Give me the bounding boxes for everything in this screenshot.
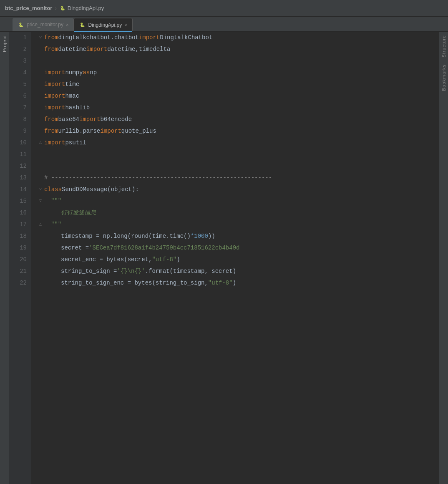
fold-marker-20 — [38, 257, 43, 262]
token: from — [44, 43, 58, 55]
token: import — [44, 102, 65, 113]
line-number-21: 21 — [9, 265, 27, 277]
token: secret = — [61, 242, 89, 254]
code-line-19: secret = 'SECea7df81628a1f4b24759b4cc718… — [38, 242, 439, 254]
tab-dingding-api[interactable]: 🐍 DingdingApi.py × — [73, 18, 132, 31]
tab-label-1: price_monitor.py — [27, 22, 63, 28]
code-line-14: ▽class SendDDMessage(object): — [38, 184, 439, 195]
code-line-5: import time — [38, 78, 439, 90]
code-line-16: 钉钉发送信息 — [38, 207, 439, 219]
python-icon-breadcrumb: 🐍 — [59, 5, 66, 12]
line-number-6: 6 — [9, 90, 27, 102]
line-number-5: 5 — [9, 78, 27, 90]
code-line-22: string_to_sign_enc = bytes(string_to_sig… — [38, 277, 439, 289]
token: from — [44, 125, 58, 137]
fold-marker-4 — [38, 70, 43, 76]
line-number-2: 2 — [9, 43, 27, 55]
tab-price-monitor[interactable]: 🐍 price_monitor.py × — [13, 18, 73, 31]
fold-marker-14[interactable]: ▽ — [38, 187, 43, 192]
line-number-8: 8 — [9, 113, 27, 125]
fold-marker-3 — [38, 58, 43, 64]
line-number-3: 3 — [9, 55, 27, 67]
fold-marker-16 — [38, 210, 43, 216]
line-number-9: 9 — [9, 125, 27, 137]
code-line-8: from base64 import b64encode — [38, 113, 439, 125]
fold-marker-18 — [38, 233, 43, 239]
line-number-16: 16 — [9, 207, 27, 219]
token: """ — [51, 195, 61, 207]
fold-marker-5 — [38, 81, 43, 87]
breadcrumb-separator: › — [55, 5, 56, 11]
token: ) — [176, 254, 180, 265]
tab-close-2[interactable]: × — [124, 23, 127, 28]
token: '{}\n{}' — [117, 265, 145, 277]
token: hashlib — [65, 102, 90, 113]
left-panel: Project — [0, 32, 9, 484]
token: time — [65, 78, 79, 90]
token: import — [44, 78, 65, 90]
fold-marker-9 — [38, 128, 43, 134]
fold-marker-12 — [38, 163, 43, 169]
tab-close-1[interactable]: × — [66, 22, 68, 27]
fold-marker-11 — [38, 151, 43, 157]
token: "utf-8" — [208, 277, 233, 289]
token: import — [86, 43, 107, 55]
tab-bar: 🐍 price_monitor.py × 🐍 DingdingApi.py × — [0, 17, 448, 32]
token: class — [44, 184, 62, 195]
fold-marker-6 — [38, 93, 43, 99]
main-layout: Project 12345678910111213141516171819202… — [0, 32, 448, 484]
token: numpy — [65, 67, 83, 78]
token: 1000 — [194, 230, 208, 242]
token: from — [44, 32, 58, 43]
token: 钉钉发送信息 — [61, 207, 96, 219]
token: urllib.parse — [58, 125, 101, 137]
fold-marker-21 — [38, 268, 43, 274]
token: string_to_sign_enc = bytes(string_to_sig… — [61, 277, 208, 289]
right-panel: Structure Bookmarks — [439, 32, 448, 484]
code-line-6: import hmac — [38, 90, 439, 102]
token: datetime,timedelta — [107, 43, 170, 55]
line-number-1: 1 — [9, 32, 27, 43]
code-line-12 — [38, 160, 439, 172]
token: DingtalkChatbot — [160, 32, 212, 43]
token: from — [44, 113, 58, 125]
token: dingtalkchatbot.chatbot — [58, 32, 139, 43]
code-line-1: ▽from dingtalkchatbot.chatbot import Din… — [38, 32, 439, 43]
token: string_to_sign = — [61, 265, 117, 277]
token: import — [139, 32, 160, 43]
token: import — [44, 67, 65, 78]
code-line-10: △import psutil — [38, 137, 439, 149]
code-line-15: ▽""" — [38, 195, 439, 207]
token: import — [44, 137, 65, 149]
code-line-11 — [38, 149, 439, 160]
token: quote_plus — [121, 125, 156, 137]
line-numbers: 12345678910111213141516171819202122 — [9, 32, 31, 484]
title-bar: btc_price_monitor › 🐍 DingdingApi.py — [0, 0, 448, 17]
project-panel-label[interactable]: Project — [1, 32, 8, 55]
fold-marker-13 — [38, 175, 43, 181]
tab-icon-2: 🐍 — [79, 22, 86, 28]
line-number-19: 19 — [9, 242, 27, 254]
token: )) — [208, 230, 215, 242]
token: SendDDMessage(object): — [62, 184, 139, 195]
token: base64 — [58, 113, 79, 125]
breadcrumb-filename: DingdingApi.py — [68, 5, 104, 11]
fold-marker-15[interactable]: ▽ — [38, 198, 43, 204]
fold-marker-10[interactable]: △ — [38, 140, 43, 146]
line-number-11: 11 — [9, 149, 27, 160]
line-number-7: 7 — [9, 102, 27, 113]
fold-marker-17[interactable]: △ — [38, 222, 43, 227]
token: ) — [233, 277, 236, 289]
tab-icon-1: 🐍 — [18, 21, 24, 28]
line-number-20: 20 — [9, 254, 27, 265]
bookmarks-panel-label[interactable]: Bookmarks — [440, 61, 447, 94]
code-line-18: timestamp = np.long(round(time.time() * … — [38, 230, 439, 242]
fold-marker-1[interactable]: ▽ — [38, 35, 43, 40]
token: "utf-8" — [152, 254, 176, 265]
code-line-17: △""" — [38, 219, 439, 230]
line-number-14: 14 — [9, 184, 27, 195]
line-number-12: 12 — [9, 160, 27, 172]
line-number-13: 13 — [9, 172, 27, 184]
structure-panel-label[interactable]: Structure — [440, 32, 447, 61]
token: secret_enc = bytes(secret, — [61, 254, 152, 265]
